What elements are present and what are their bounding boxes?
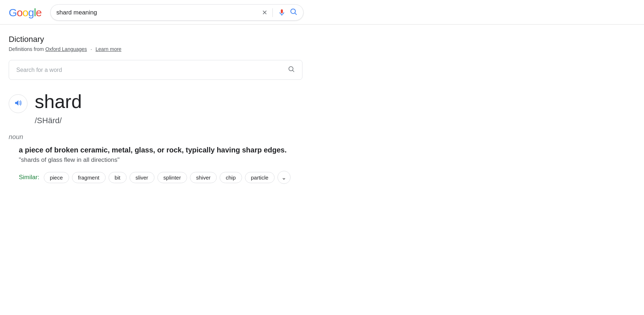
logo-letter-o1: o — [17, 7, 22, 19]
separator-dot: · — [90, 46, 92, 52]
dictionary-search-input[interactable] — [16, 67, 288, 73]
audio-button[interactable] — [9, 94, 27, 113]
google-logo: Google — [9, 7, 42, 19]
definition-text: a piece of broken ceramic, metal, glass,… — [19, 146, 302, 154]
search-divider — [272, 8, 273, 17]
similar-chip-particle[interactable]: particle — [245, 172, 275, 183]
definitions-from-prefix: Definitions from — [9, 46, 44, 52]
similar-chip-piece[interactable]: piece — [44, 172, 69, 183]
part-of-speech: noun — [9, 133, 302, 141]
oxford-languages-link[interactable]: Oxford Languages — [45, 46, 87, 52]
main-content: Dictionary Definitions from Oxford Langu… — [0, 25, 311, 198]
logo-letter-o2: o — [22, 7, 28, 19]
similar-chip-shiver[interactable]: shiver — [190, 172, 217, 183]
learn-more-link[interactable]: Learn more — [96, 46, 122, 52]
similar-words-row: Similar: piece fragment bit sliver splin… — [19, 171, 302, 184]
word-title: shard — [35, 91, 82, 112]
dictionary-search-icon[interactable] — [288, 65, 295, 74]
logo-letter-e: e — [36, 7, 42, 19]
header: Google ✕ — [0, 0, 644, 25]
similar-chip-chip[interactable]: chip — [220, 172, 242, 183]
expand-similar-button[interactable]: ⌄ — [277, 171, 291, 184]
similar-chip-bit[interactable]: bit — [109, 172, 127, 183]
main-search-bar[interactable]: ✕ — [50, 4, 304, 21]
dictionary-search-bar[interactable] — [9, 60, 302, 80]
similar-chip-sliver[interactable]: sliver — [130, 172, 154, 183]
clear-search-icon[interactable]: ✕ — [262, 9, 267, 17]
logo-letter-g: G — [9, 7, 17, 19]
svg-line-3 — [293, 70, 294, 72]
definitions-from: Definitions from Oxford Languages · Lear… — [9, 46, 302, 52]
svg-line-1 — [295, 13, 296, 14]
svg-marker-4 — [15, 100, 18, 105]
logo-letter-g2: g — [28, 7, 34, 19]
main-search-input[interactable] — [56, 9, 262, 16]
phonetic: /SHärd/ — [35, 116, 302, 125]
example-text: "shards of glass flew in all directions" — [19, 156, 302, 164]
similar-label: Similar: — [19, 174, 39, 181]
similar-chip-splinter[interactable]: splinter — [157, 172, 187, 183]
section-title: Dictionary — [9, 35, 302, 44]
speaker-icon — [14, 99, 22, 109]
word-entry: shard — [9, 91, 302, 113]
search-submit-icon[interactable] — [289, 8, 297, 17]
microphone-icon[interactable] — [278, 9, 286, 17]
search-icons-group: ✕ — [262, 8, 297, 17]
similar-chip-fragment[interactable]: fragment — [72, 172, 106, 183]
